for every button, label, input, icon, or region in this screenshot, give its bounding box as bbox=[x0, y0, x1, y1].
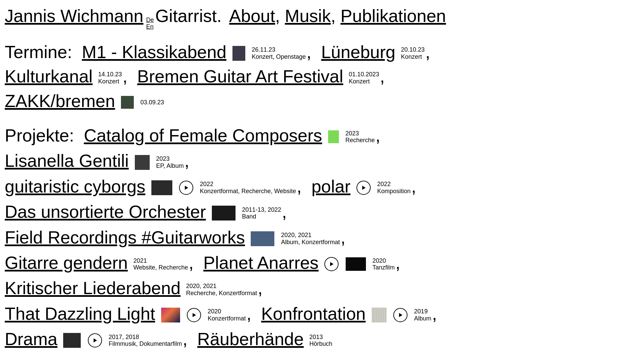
svg-marker-1 bbox=[362, 186, 366, 190]
rauberhande-meta: 2013 Hörbuch bbox=[309, 334, 332, 347]
planet-play[interactable] bbox=[324, 257, 339, 271]
field-meta: 2020, 2021 Album, Konzertformat bbox=[281, 232, 340, 245]
termine-item-zakk[interactable]: ZAKK/bremen bbox=[5, 91, 115, 111]
proj-rauberhande[interactable]: Räuberhände bbox=[197, 329, 304, 349]
luneburg-meta: 20.10.23 Konzert bbox=[401, 46, 425, 60]
kulturkanal-meta: 14.10.23 Konzert bbox=[98, 71, 122, 85]
lang-switcher: De En bbox=[146, 17, 154, 30]
termine-item-m1[interactable]: M1 - Klassikabend bbox=[82, 42, 226, 62]
catalog-thumb bbox=[328, 130, 339, 143]
zakk-meta: 03.09.23 bbox=[140, 99, 164, 106]
site-name[interactable]: Jannis Wichmann bbox=[5, 6, 143, 26]
termine-section: Termine: M1 - Klassikabend 26.11.23 Konz… bbox=[5, 40, 639, 113]
nav-musik[interactable]: Musik bbox=[285, 6, 331, 26]
header: Jannis Wichmann De En Gitarrist. About, … bbox=[5, 6, 639, 30]
svg-marker-0 bbox=[185, 186, 188, 190]
proj-konfrontation[interactable]: Konfrontation bbox=[261, 304, 366, 324]
termine-item-luneburg[interactable]: Lüneburg bbox=[321, 42, 395, 62]
svg-marker-5 bbox=[94, 338, 97, 342]
proj-catalog[interactable]: Catalog of Female Composers bbox=[84, 126, 322, 145]
konfrontation-meta: 2019 Album bbox=[414, 308, 431, 322]
orchester-meta: 2011-13, 2022 Band bbox=[242, 206, 281, 220]
drama-meta: 2017, 2018 Filmmusik, Dokumentarfilm bbox=[108, 334, 182, 347]
gitarre-meta: 2021 Website, Recherche bbox=[133, 257, 188, 271]
polar-play[interactable] bbox=[356, 181, 371, 195]
nav-about[interactable]: About bbox=[229, 6, 275, 26]
proj-orchester[interactable]: Das unsortierte Orchester bbox=[5, 202, 206, 222]
proj-cyborgs[interactable]: guitaristic cyborgs bbox=[5, 177, 145, 196]
cyborgs-play[interactable] bbox=[179, 181, 193, 195]
svg-marker-2 bbox=[330, 262, 333, 266]
m1-meta: 26.11.23 Konzert, Openstage bbox=[252, 46, 306, 60]
dazzling-meta: 2020 Konzertformat bbox=[207, 308, 246, 322]
field-thumb bbox=[251, 231, 274, 246]
proj-polar[interactable]: polar bbox=[312, 177, 351, 196]
konfrontation-thumb bbox=[372, 308, 387, 322]
termine-item-bremen[interactable]: Bremen Guitar Art Festival bbox=[137, 67, 343, 86]
planet-thumb bbox=[346, 257, 366, 271]
lang-de[interactable]: De bbox=[146, 17, 154, 24]
proj-planet[interactable]: Planet Anarres bbox=[203, 253, 319, 273]
orchester-thumb bbox=[212, 206, 236, 221]
proj-drama[interactable]: Drama bbox=[5, 329, 57, 349]
dazzling-play[interactable] bbox=[187, 308, 201, 322]
cyborgs-meta: 2022 Konzertformat, Recherche, Website bbox=[200, 181, 296, 195]
drama-thumb bbox=[63, 333, 81, 348]
dazzling-thumb bbox=[161, 308, 180, 322]
projekte-section: Projekte: Catalog of Female Composers 20… bbox=[5, 123, 639, 352]
lang-en[interactable]: En bbox=[146, 24, 154, 30]
proj-dazzling[interactable]: That Dazzling Light bbox=[5, 304, 155, 324]
m1-thumb bbox=[232, 46, 245, 61]
proj-field[interactable]: Field Recordings #Guitarworks bbox=[5, 228, 245, 247]
kritischer-meta: 2020, 2021 Recherche, Konzertformat bbox=[186, 283, 257, 296]
svg-marker-3 bbox=[193, 313, 196, 317]
bremen-meta: 01.10.2023 Konzert bbox=[349, 71, 379, 85]
projekte-label: Projekte: bbox=[5, 126, 74, 145]
drama-play[interactable] bbox=[88, 333, 102, 347]
tagline: Gitarrist. bbox=[155, 6, 221, 26]
termine-label: Termine: bbox=[5, 42, 72, 62]
svg-marker-4 bbox=[399, 313, 402, 317]
planet-meta: 2020 Tanzfilm bbox=[372, 257, 395, 271]
lisanella-thumb bbox=[135, 155, 150, 170]
konfrontation-play[interactable] bbox=[393, 308, 407, 322]
proj-kritischer[interactable]: Kritischer Liederabend bbox=[5, 278, 180, 298]
lisanella-meta: 2023 EP, Album bbox=[156, 155, 184, 169]
zakk-thumb bbox=[121, 96, 134, 109]
nav-publikationen[interactable]: Publikationen bbox=[341, 6, 446, 26]
termine-item-kulturkanal[interactable]: Kulturkanal bbox=[5, 67, 93, 86]
cyborgs-thumb bbox=[151, 180, 172, 195]
proj-lisanella[interactable]: Lisanella Gentili bbox=[5, 151, 129, 171]
catalog-meta: 2023 Recherche bbox=[345, 130, 375, 144]
polar-meta: 2022 Komposition bbox=[377, 181, 411, 195]
proj-gitarre[interactable]: Gitarre gendern bbox=[5, 253, 128, 273]
